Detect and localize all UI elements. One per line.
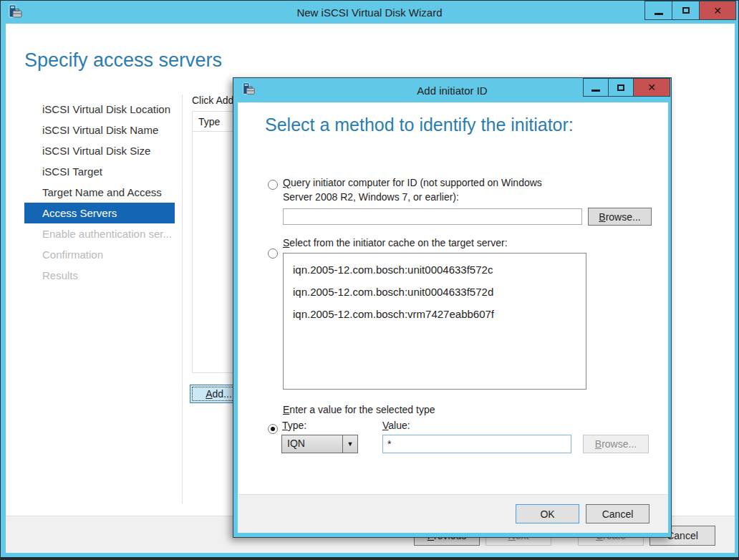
new-iscsi-virtual-disk-wizard-window: New iSCSI Virtual Disk Wizard ✕ Specify … [0,0,739,560]
sidebar-item-disk-size[interactable]: iSCSI Virtual Disk Size [24,140,175,161]
value-browse-button: Browse... [583,435,649,453]
chevron-down-icon[interactable]: ▼ [342,435,357,453]
close-icon: ✕ [647,82,656,93]
dialog-minimize-button[interactable] [583,78,609,97]
initiator-cache-listbox: iqn.2005-12.com.bosch:unit0004633f572c i… [283,253,586,390]
dialog-maximize-button[interactable] [608,78,634,97]
type-label: Type: [282,420,306,431]
dialog-cancel-button[interactable]: Cancel [586,504,649,523]
sidebar-item-access-servers[interactable]: Access Servers [24,203,175,223]
query-initiator-label[interactable]: Query initiator computer for ID (not sup… [283,175,598,204]
initiator-cache-label[interactable]: Select from the initiator cache on the t… [283,236,508,250]
enter-value-label[interactable]: Enter a value for the selected type [283,402,435,417]
sidebar-item-results: Results [24,265,175,286]
window-bottom-edge [1,557,738,559]
close-button[interactable]: ✕ [699,1,736,20]
page-title: Specify access servers [24,49,222,72]
value-label: Value: [382,420,410,431]
initiator-cache-radio[interactable] [268,248,278,259]
sidebar-item-target-name-access[interactable]: Target Name and Access [24,182,175,203]
list-item[interactable]: iqn.2005-12.com.bosch:unit0004633f572c [284,259,586,281]
sidebar-item-iscsi-target[interactable]: iSCSI Target [24,161,175,182]
list-item[interactable]: iqn.2005-12.com.bosch:unit0004633f572d [284,281,586,303]
maximize-icon [682,7,690,14]
minimize-icon [591,90,600,92]
minimize-icon [655,13,663,15]
dialog-close-button[interactable]: ✕ [633,78,670,97]
window-title: New iSCSI Virtual Disk Wizard [1,6,738,19]
type-dropdown-value: IQN [282,435,342,453]
type-dropdown[interactable]: IQN ▼ [281,435,358,453]
add-initiator-id-dialog: Add initiator ID ✕ Select a method to id… [233,77,672,538]
ok-button[interactable]: OK [516,504,579,523]
sidebar-item-enable-authentication: Enable authentication ser... [24,223,175,244]
minimize-button[interactable] [644,1,672,20]
query-initiator-input[interactable] [283,208,582,225]
enter-value-radio[interactable] [268,424,278,434]
close-icon: ✕ [713,5,722,16]
maximize-button[interactable] [672,1,700,20]
sidebar-divider [182,95,183,503]
dialog-titlebar[interactable]: Add initiator ID ✕ [233,78,671,102]
sidebar-item-confirmation: Confirmation [24,244,175,265]
query-browse-button[interactable]: Browse... [588,208,652,226]
list-item[interactable]: iqn.2005-12.com.bosch:vrm7427eabb607f [284,303,586,325]
dialog-heading: Select a method to identify the initiato… [265,115,574,135]
sidebar-item-disk-location[interactable]: iSCSI Virtual Disk Location [24,99,175,120]
window-titlebar[interactable]: New iSCSI Virtual Disk Wizard ✕ [1,1,738,24]
instruction-text: Click Add [192,95,233,106]
value-input[interactable] [382,435,571,453]
maximize-icon [617,85,624,91]
sidebar-item-disk-name[interactable]: iSCSI Virtual Disk Name [24,120,175,140]
wizard-step-list: iSCSI Virtual Disk Location iSCSI Virtua… [24,99,175,286]
query-initiator-radio[interactable] [268,180,278,190]
